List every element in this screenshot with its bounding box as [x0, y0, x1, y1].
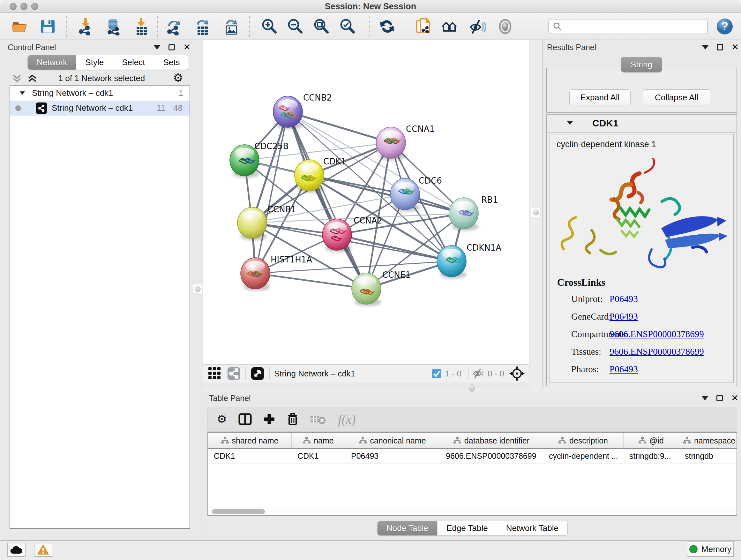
hidden-count-badge: 0 - 0 [488, 369, 504, 379]
column-header-database-identifier[interactable]: database identifier [440, 433, 543, 448]
network-view-icon-disabled[interactable] [227, 367, 241, 381]
delete-column-trash-icon[interactable] [287, 413, 298, 426]
crosslink-link[interactable]: P06493 [610, 364, 638, 374]
network-collection-row[interactable]: String Network – cdk1 1 [10, 85, 190, 101]
hide-selected-button[interactable] [468, 17, 486, 36]
export-image-button[interactable] [222, 17, 240, 36]
collapse-section-icon[interactable] [567, 121, 573, 125]
network-node-RB1[interactable] [449, 198, 479, 231]
import-table-button[interactable] [133, 17, 151, 36]
cloud-status-button[interactable] [7, 543, 25, 557]
main-toolbar: ? [0, 13, 741, 40]
zoom-fit-button[interactable] [313, 17, 331, 36]
open-session-button[interactable] [11, 17, 29, 36]
tab-style[interactable]: Style [76, 55, 113, 70]
table-options-gear-icon[interactable]: ⚙ [217, 414, 227, 425]
warnings-button[interactable] [34, 543, 52, 557]
show-all-button[interactable] [496, 17, 514, 36]
export-table-icon [194, 17, 212, 36]
tab-network-table[interactable]: Network Table [497, 521, 567, 536]
open-in-window-icon[interactable] [251, 367, 265, 381]
float-panel-icon[interactable] [717, 44, 723, 51]
tab-edge-table[interactable]: Edge Table [437, 521, 497, 536]
toolbar-separator [405, 16, 405, 37]
close-panel-icon[interactable]: ✕ [731, 395, 738, 401]
crosslink-link[interactable]: P06493 [610, 311, 638, 322]
table-row[interactable]: CDK1CDK1P064939606.ENSP00000378699cyclin… [208, 449, 737, 463]
zoom-fit-icon [313, 17, 331, 36]
import-network-database-button[interactable] [105, 17, 123, 36]
network-node-CDC6[interactable] [390, 179, 420, 212]
tree-expander-icon[interactable] [20, 91, 25, 95]
network-node-CDKN1A[interactable] [437, 246, 467, 279]
search-input[interactable] [562, 22, 699, 31]
panel-menu-icon[interactable] [702, 396, 708, 400]
network-view-title: String Network – cdk1 [274, 369, 355, 379]
import-network-file-button[interactable] [77, 17, 94, 36]
float-panel-icon[interactable] [717, 395, 723, 401]
zoom-in-button[interactable] [261, 17, 279, 36]
network-node-CCNB1[interactable] [238, 207, 267, 240]
panel-divider-grip[interactable] [193, 284, 202, 294]
first-neighbors-button[interactable] [441, 17, 458, 36]
status-bar: Memory [0, 540, 741, 560]
panel-divider-grip[interactable] [531, 207, 541, 217]
save-session-button[interactable] [39, 17, 57, 36]
close-panel-icon[interactable]: ✕ [731, 44, 739, 51]
memory-button[interactable]: Memory [687, 542, 734, 557]
help-button[interactable]: ? [716, 17, 734, 36]
network-node-CDK1[interactable] [294, 160, 324, 193]
crosslink-label: GeneCard: [550, 311, 610, 322]
selected-checkbox-icon[interactable] [431, 368, 442, 379]
network-node-CCNA2[interactable] [322, 219, 352, 252]
network-node-CCNB2[interactable] [273, 96, 303, 129]
tab-string[interactable]: String [621, 57, 662, 72]
network-node-CCNA1[interactable] [376, 127, 406, 160]
panel-divider-grip[interactable] [469, 384, 475, 392]
birdseye-view-icon[interactable] [509, 366, 525, 381]
tab-sets[interactable]: Sets [154, 55, 189, 70]
apply-layout-button[interactable] [378, 17, 396, 36]
crosslink-link[interactable]: P06493 [610, 294, 638, 304]
zoom-selected-button[interactable] [339, 17, 357, 36]
float-panel-icon[interactable] [169, 44, 175, 51]
collapse-all-button[interactable]: Collapse All [643, 89, 711, 105]
column-header-@id[interactable]: @id [623, 433, 679, 448]
tab-select[interactable]: Select [113, 55, 154, 70]
network-view-toolbar: String Network – cdk1 1 - 0 0 - 0 [203, 364, 529, 382]
tab-node-table[interactable]: Node Table [378, 521, 437, 536]
network-node-HIST1H1A[interactable] [241, 258, 270, 291]
panel-menu-icon[interactable] [702, 45, 709, 50]
export-table-button[interactable] [194, 17, 212, 36]
panel-menu-icon[interactable] [154, 45, 160, 50]
horizontal-scrollbar[interactable] [208, 508, 737, 515]
network-node-CCNE1[interactable] [352, 273, 381, 306]
svg-text:CDC6: CDC6 [419, 176, 442, 186]
network-row-selected[interactable]: String Network – cdk1 11 48 [10, 101, 190, 116]
houses-icon [441, 17, 458, 36]
scrollbar-thumb[interactable] [212, 509, 265, 514]
column-header-canonical-name[interactable]: canonical name [345, 433, 440, 448]
tab-network[interactable]: Network [28, 55, 76, 70]
show-columns-icon[interactable] [239, 413, 252, 425]
network-canvas[interactable]: CCNB2CCNA1CDC25BCDK1CDC6RB1CCNB1CCNA2CDK… [203, 40, 529, 364]
gene-section-header[interactable]: CDK1 [547, 115, 737, 133]
crosslink-link[interactable]: 9606.ENSP00000378699 [610, 347, 704, 357]
create-column-plus-icon[interactable] [263, 413, 275, 425]
column-header-name[interactable]: name [292, 433, 345, 448]
network-options-gear-icon[interactable]: ⚙ [173, 72, 183, 84]
table-header-row: shared namenamecanonical namedatabase id… [208, 433, 737, 449]
grid-view-icon[interactable] [208, 367, 222, 381]
column-header-namespace[interactable]: namespace [679, 433, 737, 448]
results-panel: Results Panel ✕ String Expand All Collap… [542, 40, 741, 388]
table-panel: Table Panel ✕ ⚙ f(x) [203, 392, 741, 540]
column-header-shared-name[interactable]: shared name [208, 433, 292, 448]
window-title: Session: New Session [0, 2, 741, 11]
close-panel-icon[interactable]: ✕ [183, 44, 191, 51]
new-network-from-selection-button[interactable] [414, 17, 432, 36]
export-network-button[interactable] [165, 17, 183, 36]
expand-all-button[interactable]: Expand All [569, 89, 630, 105]
zoom-out-button[interactable] [286, 17, 305, 36]
crosslink-link[interactable]: 9606.ENSP00000378699 [610, 329, 704, 339]
column-header-description[interactable]: description [543, 433, 623, 448]
